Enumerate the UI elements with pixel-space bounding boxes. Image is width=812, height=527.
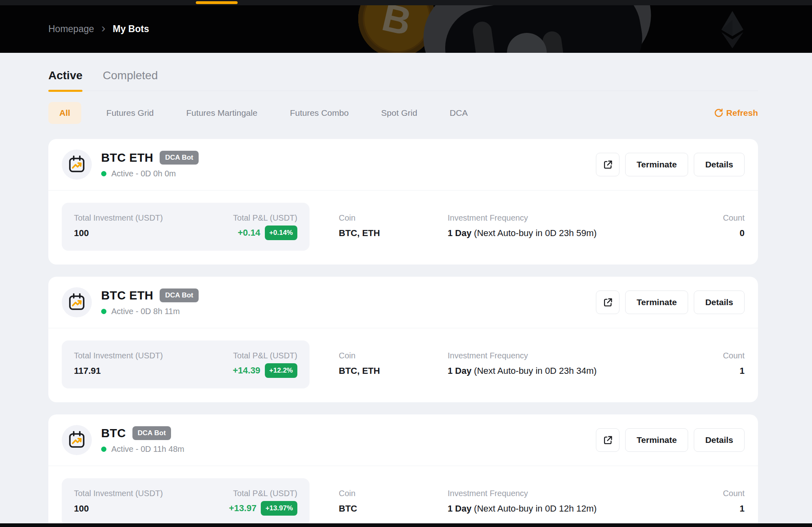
bot-status-text: Active - 0D 0h 0m — [111, 169, 176, 178]
count-stat: Count 0 — [723, 203, 745, 239]
frequency-main: 1 Day — [448, 366, 472, 376]
frequency-main: 1 Day — [448, 503, 472, 514]
bot-status: Active - 0D 0h 0m — [101, 169, 199, 178]
total-investment-value: 100 — [74, 228, 163, 239]
count-value: 1 — [723, 503, 745, 514]
coin-value: BTC — [339, 503, 448, 514]
investment-frequency-label: Investment Frequency — [448, 213, 597, 223]
frequency-note: (Next Auto-buy in 0D 12h 12m) — [474, 503, 597, 514]
share-button[interactable] — [596, 428, 619, 452]
bot-stats-row: Total Investment (USDT) 100 Total P&L (U… — [48, 191, 758, 265]
coin-label: Coin — [339, 351, 448, 360]
filter-futures-grid[interactable]: Futures Grid — [106, 108, 154, 118]
total-pnl-stat: Total P&L (USDT) +14.39 +12.2% — [233, 351, 297, 378]
status-tabs: Active Completed — [48, 69, 758, 91]
refresh-button[interactable]: Refresh — [714, 108, 758, 118]
status-dot-icon — [101, 309, 106, 314]
filter-spot-grid[interactable]: Spot Grid — [381, 108, 417, 118]
bot-title-row: BTC ETH DCA Bot — [101, 288, 199, 302]
count-value: 1 — [723, 366, 745, 376]
bottom-bar — [0, 523, 812, 527]
investment-frequency-label: Investment Frequency — [448, 489, 597, 498]
main-content: Active Completed All Futures Grid Future… — [0, 53, 812, 527]
filter-futures-martingale[interactable]: Futures Martingale — [186, 108, 258, 118]
details-button[interactable]: Details — [694, 153, 745, 176]
pnl-value: +0.14 — [238, 228, 260, 238]
coin-stat: Coin BTC, ETH — [339, 203, 448, 239]
pnl-percent-badge: +13.97% — [261, 501, 297, 516]
nav-active-indicator — [196, 1, 238, 4]
bot-type-badge: DCA Bot — [160, 151, 198, 165]
total-investment-label: Total Investment (USDT) — [74, 213, 163, 223]
bot-status-text: Active - 0D 11h 48m — [111, 445, 184, 454]
investment-frequency-stat: Investment Frequency 1 Day (Next Auto-bu… — [448, 203, 597, 239]
total-investment-value: 100 — [74, 503, 163, 514]
bot-card: BTC DCA Bot Active - 0D 11h 48m — [48, 414, 758, 527]
investment-frequency-value: 1 Day (Next Auto-buy in 0D 23h 34m) — [448, 366, 597, 376]
status-dot-icon — [101, 171, 106, 176]
bot-identity: BTC ETH DCA Bot Active - 0D 0h 0m — [62, 150, 199, 180]
details-button[interactable]: Details — [694, 428, 745, 452]
breadcrumb-homepage-link[interactable]: Homepage — [48, 24, 94, 35]
bot-meta: BTC ETH DCA Bot Active - 0D 0h 0m — [101, 151, 199, 178]
bot-pair-title: BTC — [101, 427, 126, 440]
chevron-right-icon: › — [102, 28, 106, 30]
calendar-chart-icon — [67, 155, 87, 174]
count-value: 0 — [723, 228, 745, 239]
bot-card-header: BTC ETH DCA Bot Active - 0D 8h 11m — [48, 277, 758, 328]
bot-pair-title: BTC ETH — [101, 289, 153, 302]
terminate-button[interactable]: Terminate — [625, 153, 688, 176]
investment-frequency-stat: Investment Frequency 1 Day (Next Auto-bu… — [448, 478, 597, 514]
pnl-value-row: +14.39 +12.2% — [233, 363, 297, 378]
bot-card-list: BTC ETH DCA Bot Active - 0D 0h 0m — [48, 139, 758, 527]
terminate-button[interactable]: Terminate — [625, 428, 688, 452]
terminate-button[interactable]: Terminate — [625, 291, 688, 314]
total-investment-label: Total Investment (USDT) — [74, 351, 163, 360]
investment-pnl-box: Total Investment (USDT) 117.91 Total P&L… — [62, 340, 310, 388]
bot-card-actions: Terminate Details — [596, 153, 745, 176]
pnl-percent-badge: +0.14% — [265, 226, 297, 240]
total-pnl-stat: Total P&L (USDT) +0.14 +0.14% — [233, 213, 297, 240]
total-investment-label: Total Investment (USDT) — [74, 489, 163, 498]
bot-status: Active - 0D 8h 11m — [101, 307, 199, 316]
bot-type-badge: DCA Bot — [132, 426, 171, 440]
tab-completed[interactable]: Completed — [103, 69, 158, 91]
bot-avatar — [62, 150, 92, 180]
external-link-icon — [602, 297, 613, 308]
total-investment-stat: Total Investment (USDT) 117.91 — [74, 351, 163, 378]
coin-stat: Coin BTC — [339, 478, 448, 514]
coin-value: BTC, ETH — [339, 366, 448, 376]
share-button[interactable] — [596, 291, 619, 314]
investment-pnl-box: Total Investment (USDT) 100 Total P&L (U… — [62, 478, 310, 526]
bot-meta: BTC DCA Bot Active - 0D 11h 48m — [101, 426, 184, 454]
tab-active[interactable]: Active — [48, 69, 82, 91]
bot-card-header: BTC ETH DCA Bot Active - 0D 0h 0m — [48, 139, 758, 190]
share-button[interactable] — [596, 153, 619, 176]
external-link-icon — [602, 159, 613, 170]
count-label: Count — [723, 213, 745, 223]
bot-card-header: BTC DCA Bot Active - 0D 11h 48m — [48, 414, 758, 466]
bot-identity: BTC ETH DCA Bot Active - 0D 8h 11m — [62, 287, 199, 317]
coin-stat: Coin BTC, ETH — [339, 340, 448, 376]
bot-card-actions: Terminate Details — [596, 291, 745, 314]
bot-pair-title: BTC ETH — [101, 151, 153, 165]
filter-futures-combo[interactable]: Futures Combo — [290, 108, 349, 118]
filter-all[interactable]: All — [48, 102, 81, 124]
frequency-note: (Next Auto-buy in 0D 23h 34m) — [474, 366, 597, 376]
count-stat: Count 1 — [723, 340, 745, 376]
calendar-chart-icon — [67, 293, 87, 312]
filter-dca[interactable]: DCA — [450, 108, 468, 118]
investment-frequency-label: Investment Frequency — [448, 351, 597, 360]
bot-title-row: BTC ETH DCA Bot — [101, 151, 199, 165]
details-button[interactable]: Details — [694, 291, 745, 314]
bot-meta: BTC ETH DCA Bot Active - 0D 8h 11m — [101, 288, 199, 316]
frequency-note: (Next Auto-buy in 0D 23h 59m) — [474, 228, 597, 238]
pnl-value-row: +13.97 +13.97% — [229, 501, 298, 516]
bot-avatar — [62, 287, 92, 317]
status-dot-icon — [101, 447, 106, 452]
count-label: Count — [723, 489, 745, 498]
refresh-icon — [714, 108, 723, 118]
breadcrumb-current-page: My Bots — [113, 24, 149, 35]
hero-banner: B Homepage › My Bots — [0, 5, 812, 53]
coin-value: BTC, ETH — [339, 228, 448, 239]
